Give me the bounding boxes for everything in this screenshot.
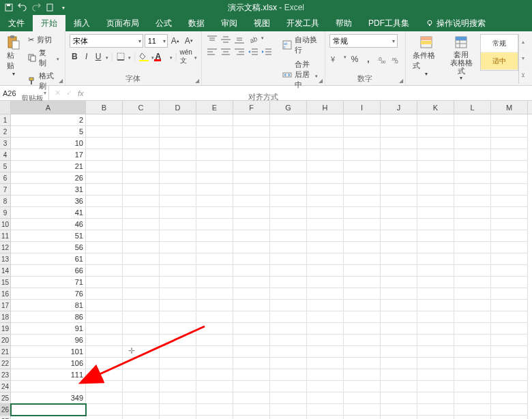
cell-E23[interactable] [196, 369, 233, 381]
cell-C24[interactable] [123, 381, 160, 392]
cell-G25[interactable] [270, 392, 307, 404]
cell-G10[interactable] [270, 219, 307, 230]
cell-I11[interactable] [344, 230, 381, 242]
cell-J27[interactable] [381, 416, 417, 419]
cell-H21[interactable] [307, 346, 344, 358]
tab-review[interactable]: 审阅 [213, 15, 246, 31]
cell-F3[interactable] [233, 138, 270, 149]
cell-M20[interactable] [491, 335, 528, 346]
cell-G23[interactable] [270, 369, 307, 381]
cell-E21[interactable] [196, 346, 233, 358]
cell-C2[interactable] [123, 126, 160, 138]
align-bottom-icon[interactable] [233, 34, 246, 45]
cell-G19[interactable] [270, 323, 307, 335]
row-header[interactable]: 14 [0, 265, 11, 277]
number-format-combo[interactable]: 常规▾ [329, 34, 398, 48]
cell-B4[interactable] [86, 149, 123, 161]
cell-I18[interactable] [344, 311, 381, 323]
cell-J17[interactable] [381, 300, 417, 311]
cell-E24[interactable] [196, 381, 233, 392]
cell-M13[interactable] [491, 253, 528, 265]
cell-M21[interactable] [491, 346, 528, 358]
tab-help[interactable]: 帮助 [327, 15, 360, 31]
cell-J26[interactable] [381, 404, 417, 416]
chevron-up-icon[interactable]: ▴ [519, 34, 528, 50]
cell-H24[interactable] [307, 381, 344, 392]
cell-A26[interactable] [11, 404, 86, 416]
cell-J6[interactable] [381, 172, 417, 184]
cell-M11[interactable] [491, 230, 528, 242]
cell-D25[interactable] [160, 392, 196, 404]
cell-H6[interactable] [307, 172, 344, 184]
cell-I23[interactable] [344, 369, 381, 381]
cell-C5[interactable] [123, 161, 160, 172]
print-preview-icon[interactable] [45, 3, 55, 12]
cell-E22[interactable] [196, 358, 233, 369]
cell-B27[interactable] [86, 416, 123, 419]
cell-M16[interactable] [491, 288, 528, 300]
cell-A11[interactable]: 51 [11, 230, 86, 242]
cell-B24[interactable] [86, 381, 123, 392]
phonetic-button[interactable]: wén文 [180, 50, 192, 63]
cell-E2[interactable] [196, 126, 233, 138]
cell-J15[interactable] [381, 277, 417, 288]
row-header[interactable]: 4 [0, 149, 11, 161]
cell-F4[interactable] [233, 149, 270, 161]
cell-D13[interactable] [160, 253, 196, 265]
cell-E16[interactable] [196, 288, 233, 300]
cell-F16[interactable] [233, 288, 270, 300]
cell-K18[interactable] [417, 311, 454, 323]
cell-B17[interactable] [86, 300, 123, 311]
col-header-J[interactable]: J [381, 101, 417, 114]
cell-B9[interactable] [86, 207, 123, 219]
save-icon[interactable] [4, 3, 14, 12]
number-dialog-launcher-icon[interactable]: ◢ [399, 78, 403, 84]
cell-I6[interactable] [344, 172, 381, 184]
cell-E10[interactable] [196, 219, 233, 230]
name-box[interactable]: A26▾ [0, 86, 49, 100]
cell-A5[interactable]: 21 [11, 161, 86, 172]
cell-G22[interactable] [270, 358, 307, 369]
cell-C15[interactable] [123, 277, 160, 288]
cell-B13[interactable] [86, 253, 123, 265]
cell-G16[interactable] [270, 288, 307, 300]
cell-I20[interactable] [344, 335, 381, 346]
cell-B2[interactable] [86, 126, 123, 138]
cell-J12[interactable] [381, 242, 417, 253]
cell-L16[interactable] [454, 288, 491, 300]
wrap-text-button[interactable]: abc自动换行 [280, 34, 321, 56]
cell-M18[interactable] [491, 311, 528, 323]
cell-G2[interactable] [270, 126, 307, 138]
cell-K23[interactable] [417, 369, 454, 381]
cell-K2[interactable] [417, 126, 454, 138]
cell-I25[interactable] [344, 392, 381, 404]
cell-L13[interactable] [454, 253, 491, 265]
cell-B18[interactable] [86, 311, 123, 323]
cell-G14[interactable] [270, 265, 307, 277]
cell-D17[interactable] [160, 300, 196, 311]
cell-J1[interactable] [381, 114, 417, 126]
row-header[interactable]: 16 [0, 288, 11, 300]
cell-G18[interactable] [270, 311, 307, 323]
cell-G5[interactable] [270, 161, 307, 172]
cell-K3[interactable] [417, 138, 454, 149]
cell-L25[interactable] [454, 392, 491, 404]
cell-F15[interactable] [233, 277, 270, 288]
cell-D4[interactable] [160, 149, 196, 161]
cell-B10[interactable] [86, 219, 123, 230]
cell-I24[interactable] [344, 381, 381, 392]
cell-A21[interactable]: 101 [11, 346, 86, 358]
cell-D2[interactable] [160, 126, 196, 138]
cell-H26[interactable] [307, 404, 344, 416]
cell-G12[interactable] [270, 242, 307, 253]
cell-G6[interactable] [270, 172, 307, 184]
cell-J25[interactable] [381, 392, 417, 404]
cell-E9[interactable] [196, 207, 233, 219]
cell-B1[interactable] [86, 114, 123, 126]
cell-A10[interactable]: 46 [11, 219, 86, 230]
cell-L1[interactable] [454, 114, 491, 126]
cell-D27[interactable] [160, 416, 196, 419]
cell-K9[interactable] [417, 207, 454, 219]
cell-C17[interactable] [123, 300, 160, 311]
cell-A13[interactable]: 61 [11, 253, 86, 265]
